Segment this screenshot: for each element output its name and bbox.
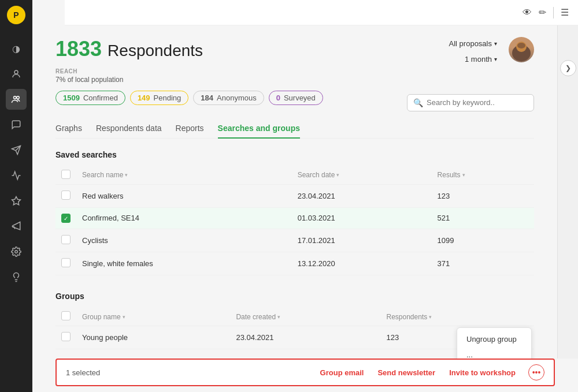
header-dropdowns: All proposals ▾ 1 month ▾ [444,37,502,66]
search-date-cell: 17.01.2021 [292,229,432,252]
results-header[interactable]: Results ▾ [438,171,528,179]
bottom-bar: 1 selected Group email Send newsletter I… [55,359,555,386]
sort-icon: ▾ [429,314,432,320]
search-box[interactable]: 🔍 [407,94,534,111]
chevron-down-icon: ▾ [494,40,497,47]
group-name-header[interactable]: Group name ▾ [82,313,224,321]
reach-label: REACH [55,68,534,74]
search-results-cell: 371 [432,252,534,275]
respondents-header[interactable]: Respondents ▾ [387,313,529,321]
reach-value: 7% of local population [55,76,534,84]
chevron-down-icon: ▾ [494,56,497,62]
sidebar-item-bulb[interactable] [6,267,27,288]
search-input[interactable] [427,98,528,107]
avatar [509,37,534,62]
sidebar: P ◑ [0,0,32,392]
surveyed-badge[interactable]: 0 Surveyed [269,91,323,105]
confirmed-badge[interactable]: 1509 Confirmed [55,91,125,105]
search-date-cell: 13.12.2020 [292,252,432,275]
sort-icon: ▾ [277,314,280,320]
row-checkbox[interactable] [61,191,71,200]
title-group: 1833 Respondents [55,37,203,61]
respondent-count: 1833 [55,37,102,61]
search-name-header[interactable]: Search name ▾ [82,171,286,179]
group-email-button[interactable]: Group email [319,366,365,379]
sidebar-item-megaphone[interactable] [6,216,27,237]
proposals-dropdown[interactable]: All proposals ▾ [444,37,502,50]
topbar: 👁 ✏ ☰ [65,0,578,25]
dropdown-dots-item[interactable]: ... [457,347,531,359]
sort-icon: ▾ [125,172,128,178]
surveyed-label: Surveyed [284,94,316,102]
row-checkbox[interactable] [61,235,71,244]
anonymous-badge[interactable]: 184 Anonymous [193,91,264,105]
surveyed-count: 0 [276,94,280,102]
pending-count: 149 [138,94,150,102]
groups-title: Groups [55,292,534,301]
table-row: Single, white females 13.12.2020 371 [55,252,534,275]
tab-reports[interactable]: Reports [176,124,204,139]
table-row: Red walkers 23.04.2021 123 [55,184,534,207]
search-icon: 🔍 [413,98,423,107]
sidebar-item-messages[interactable] [6,114,27,135]
group-row-checkbox[interactable] [61,332,71,341]
topbar-divider [553,7,554,18]
anonymous-label: Anonymous [217,94,257,102]
selected-count: 1 selected [66,368,100,377]
sort-icon: ▾ [336,172,339,178]
select-all-checkbox[interactable] [61,170,71,179]
sidebar-item-respondents[interactable] [6,89,27,110]
sidebar-item-send[interactable] [6,140,27,160]
invite-workshop-button[interactable]: Invite to workshop [448,366,517,379]
tab-searches-groups[interactable]: Searches and groups [218,124,300,139]
sort-icon: ▾ [123,314,125,320]
edit-icon[interactable]: ✏ [539,7,546,18]
ungroup-group-item[interactable]: Ungroup group [457,331,531,347]
more-actions-button[interactable]: ••• [528,364,544,380]
groups-select-all[interactable] [61,311,71,320]
group-date-cell: 23.04.2021 [230,326,380,349]
sidebar-item-analytics[interactable]: ◑ [6,38,27,59]
saved-searches-title: Saved searches [55,150,534,159]
badges-row: 1509 Confirmed 149 Pending 184 Anonymous… [55,91,323,105]
sidebar-item-settings[interactable] [6,241,27,262]
svg-point-6 [15,251,18,253]
search-name-cell: Red walkers [76,184,292,207]
tab-respondents-data[interactable]: Respondents data [96,124,162,139]
collapse-button[interactable]: ❯ [560,60,576,76]
svg-point-2 [17,96,20,99]
svg-point-11 [517,43,525,48]
page-title: Respondents [108,42,203,60]
send-newsletter-button[interactable]: Send newsletter [376,366,436,379]
tabs: Graphs Respondents data Reports Searches… [55,124,534,139]
menu-icon[interactable]: ☰ [561,7,569,18]
confirmed-count: 1509 [63,94,80,102]
row-checkbox[interactable]: ✓ [61,214,71,223]
logo[interactable]: P [7,6,25,24]
search-name-cell: Cyclists [76,229,292,252]
pending-badge[interactable]: 149 Pending [130,91,188,105]
eye-icon[interactable]: 👁 [523,8,532,18]
search-results-cell: 1099 [432,229,534,252]
header-right: All proposals ▾ 1 month ▾ [444,37,534,66]
sort-icon: ▾ [462,172,465,178]
sidebar-item-people[interactable] [6,64,27,84]
search-results-cell: 123 [432,184,534,207]
table-row: ✓ Confirmed, SE14 01.03.2021 521 [55,207,534,229]
search-name-cell: Single, white females [76,252,292,275]
pending-label: Pending [154,94,181,102]
page-header: 1833 Respondents All proposals ▾ 1 month… [55,37,534,66]
badges-search-row: 1509 Confirmed 149 Pending 184 Anonymous… [55,91,534,114]
sidebar-item-star[interactable] [6,191,27,211]
search-date-cell: 01.03.2021 [292,207,432,229]
row-checkbox[interactable] [61,258,71,267]
tab-graphs[interactable]: Graphs [55,124,82,139]
date-created-header[interactable]: Date created ▾ [236,313,375,321]
sidebar-item-chart[interactable] [6,165,27,186]
search-name-cell: Confirmed, SE14 [76,207,292,229]
avatar-image [509,37,534,62]
time-dropdown[interactable]: 1 month ▾ [460,53,502,66]
anonymous-count: 184 [201,94,213,102]
right-panel: ❯ [557,25,578,359]
search-date-header[interactable]: Search date ▾ [298,171,426,179]
